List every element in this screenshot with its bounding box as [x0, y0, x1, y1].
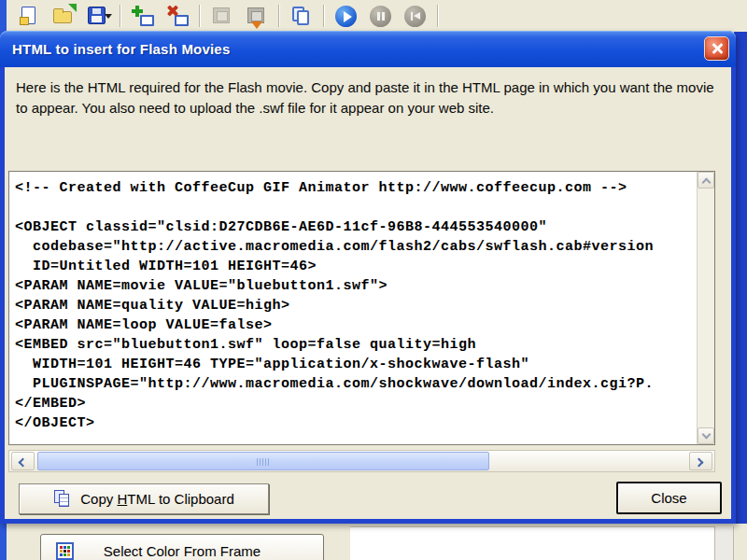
background-app-area: Select Color From Frame — [7, 524, 747, 560]
pause-icon — [370, 6, 391, 27]
toolbar-separator — [199, 5, 201, 27]
horizontal-scrollbar[interactable] — [8, 450, 715, 472]
code-line: <OBJECT classid="clsid:D27CDB6E-AE6D-11c… — [15, 217, 695, 237]
chevron-right-icon — [695, 458, 704, 468]
chevron-down-icon — [702, 430, 712, 440]
toolbar-separator — [437, 5, 439, 27]
select-color-button-label: Select Color From Frame — [104, 543, 261, 559]
background-scrollbar[interactable] — [714, 526, 734, 560]
code-line: ID=Untitled WIDTH=101 HEIGHT=46> — [15, 257, 695, 276]
pause-button[interactable] — [368, 4, 394, 29]
html-insert-dialog: HTML to insert for Flash Movies Here is … — [0, 31, 736, 524]
new-file-button[interactable] — [16, 4, 42, 29]
frame-properties-icon — [213, 7, 230, 23]
color-palette-icon — [56, 542, 74, 560]
frame-properties-button[interactable] — [209, 4, 235, 29]
scroll-thumb-grip — [257, 458, 270, 466]
delete-frame-button[interactable] — [164, 4, 190, 29]
toolbar-separator — [278, 5, 280, 27]
copy-button-label: Copy HTML to Clipboard — [80, 491, 234, 507]
html-code-text[interactable]: <!-- Created with CoffeeCup GIF Animator… — [9, 172, 697, 444]
code-line: <EMBED src="bluebutton1.swf" loop=false … — [15, 335, 695, 355]
go-to-first-frame-icon — [404, 6, 426, 27]
vertical-scrollbar[interactable] — [697, 172, 714, 444]
code-line: </EMBED> — [15, 394, 695, 413]
duplicate-frame-icon — [297, 10, 309, 25]
code-line: PLUGINSPAGE="http://www.macromedia.com/s… — [15, 374, 695, 394]
open-arrow-icon — [68, 4, 77, 12]
go-to-first-frame-button[interactable] — [402, 4, 429, 29]
code-line: </OBJECT> — [15, 413, 695, 433]
main-window-right-border — [734, 31, 747, 560]
toolbar — [7, 0, 747, 32]
scroll-left-button[interactable] — [11, 452, 35, 470]
scroll-up-button[interactable] — [698, 172, 714, 189]
dialog-titlebar: HTML to insert for Flash Movies — [0, 31, 736, 67]
horizontal-scroll-thumb[interactable] — [37, 452, 489, 470]
copy-html-to-clipboard-button[interactable]: Copy HTML to Clipboard — [19, 483, 269, 514]
add-plus-icon — [132, 6, 143, 17]
save-button[interactable] — [85, 4, 111, 29]
close-button[interactable]: Close — [616, 482, 722, 514]
dialog-instructions: Here is the HTML required for the Flash … — [10, 74, 724, 167]
background-panel — [350, 526, 716, 560]
save-icon — [88, 7, 106, 24]
code-line: <PARAM NAME=loop VALUE=false> — [15, 315, 695, 335]
toolbar-separator — [323, 5, 325, 27]
chevron-up-icon — [702, 178, 712, 188]
scroll-right-button[interactable] — [689, 452, 712, 470]
duplicate-frame-button[interactable] — [289, 4, 315, 29]
copy-to-clipboard-icon — [53, 490, 72, 509]
play-icon — [335, 6, 357, 27]
new-file-icon — [21, 7, 35, 24]
select-color-from-frame-button[interactable]: Select Color From Frame — [40, 534, 324, 560]
code-line: <!-- Created with CoffeeCup GIF Animator… — [15, 178, 695, 198]
save-dropdown-arrow-icon — [105, 14, 112, 19]
play-button[interactable] — [333, 4, 359, 29]
delete-x-icon — [166, 5, 178, 17]
scroll-down-button[interactable] — [698, 427, 714, 444]
dialog-close-button[interactable] — [704, 36, 729, 61]
chevron-left-icon — [19, 458, 28, 468]
open-file-icon — [53, 11, 72, 23]
code-line: <PARAM NAME=quality VALUE=high> — [15, 296, 695, 315]
open-file-button[interactable] — [50, 4, 77, 29]
code-line: WIDTH=101 HEIGHT=46 TYPE="application/x-… — [15, 355, 695, 374]
close-icon — [711, 42, 724, 55]
close-button-label: Close — [651, 490, 686, 506]
code-line: <PARAM NAME=movie VALUE="bluebutton1.swf… — [15, 276, 695, 296]
export-movie-button[interactable] — [244, 4, 270, 29]
code-line — [15, 198, 695, 217]
toolbar-separator — [120, 5, 121, 27]
html-code-box: <!-- Created with CoffeeCup GIF Animator… — [8, 171, 715, 445]
add-frame-button[interactable] — [130, 4, 156, 29]
download-arrow-icon — [251, 21, 262, 29]
code-line: codebase="http://active.macromedia.com/f… — [15, 237, 695, 257]
dialog-title: HTML to insert for Flash Movies — [0, 41, 230, 57]
